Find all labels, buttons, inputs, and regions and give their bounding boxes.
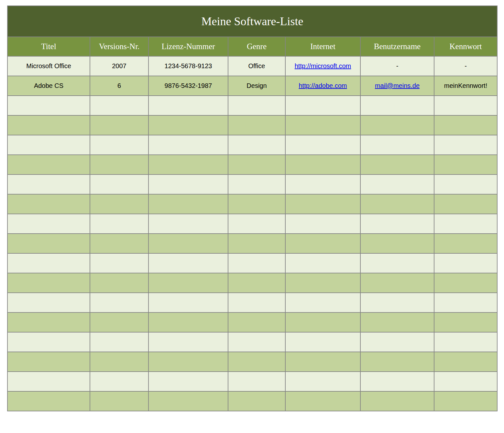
- table-cell[interactable]: [228, 372, 285, 391]
- table-cell[interactable]: [90, 155, 148, 174]
- table-cell[interactable]: [7, 372, 90, 391]
- table-cell[interactable]: [228, 293, 285, 312]
- table-cell[interactable]: [228, 312, 285, 332]
- table-cell[interactable]: [228, 155, 285, 174]
- table-cell[interactable]: 1234-5678-9123: [148, 56, 228, 76]
- table-cell[interactable]: [360, 234, 434, 253]
- table-cell[interactable]: [228, 96, 285, 115]
- table-cell[interactable]: [7, 293, 90, 312]
- table-cell[interactable]: [90, 96, 148, 115]
- table-cell[interactable]: [90, 372, 148, 391]
- table-cell[interactable]: [7, 312, 90, 332]
- table-cell[interactable]: [228, 391, 285, 411]
- table-cell[interactable]: [148, 234, 228, 253]
- table-cell[interactable]: [360, 194, 434, 214]
- table-cell[interactable]: [360, 273, 434, 293]
- table-cell[interactable]: [360, 332, 434, 352]
- table-cell[interactable]: [148, 293, 228, 312]
- table-cell[interactable]: [7, 155, 90, 174]
- table-cell[interactable]: [285, 115, 360, 135]
- table-cell[interactable]: [434, 253, 497, 273]
- table-cell[interactable]: [148, 391, 228, 411]
- table-cell[interactable]: [228, 174, 285, 194]
- table-cell[interactable]: [434, 214, 497, 234]
- table-cell[interactable]: [148, 194, 228, 214]
- table-cell[interactable]: [285, 96, 360, 115]
- table-cell[interactable]: Office: [228, 56, 285, 76]
- table-cell[interactable]: [434, 135, 497, 155]
- table-cell[interactable]: [90, 234, 148, 253]
- table-cell[interactable]: [360, 135, 434, 155]
- table-cell[interactable]: [285, 312, 360, 332]
- table-cell[interactable]: [7, 194, 90, 214]
- table-cell[interactable]: [360, 253, 434, 273]
- table-cell[interactable]: [285, 174, 360, 194]
- table-cell[interactable]: [148, 332, 228, 352]
- table-cell[interactable]: [434, 96, 497, 115]
- table-cell[interactable]: [148, 253, 228, 273]
- table-cell[interactable]: [360, 391, 434, 411]
- table-cell[interactable]: [90, 332, 148, 352]
- table-cell[interactable]: [90, 214, 148, 234]
- table-cell[interactable]: Design: [228, 76, 285, 96]
- table-cell[interactable]: [148, 352, 228, 372]
- table-cell[interactable]: [90, 391, 148, 411]
- table-cell[interactable]: [90, 174, 148, 194]
- table-cell[interactable]: [148, 273, 228, 293]
- table-cell[interactable]: [148, 155, 228, 174]
- table-cell[interactable]: [434, 273, 497, 293]
- table-cell[interactable]: [285, 332, 360, 352]
- table-cell[interactable]: 9876-5432-1987: [148, 76, 228, 96]
- table-cell[interactable]: [7, 174, 90, 194]
- table-cell[interactable]: [7, 273, 90, 293]
- table-cell[interactable]: [285, 372, 360, 391]
- table-cell[interactable]: [7, 115, 90, 135]
- table-cell[interactable]: [434, 391, 497, 411]
- table-cell[interactable]: [434, 174, 497, 194]
- table-cell[interactable]: http://microsoft.com: [285, 56, 360, 76]
- table-cell[interactable]: [434, 155, 497, 174]
- table-cell[interactable]: [90, 312, 148, 332]
- table-cell[interactable]: [360, 293, 434, 312]
- table-cell[interactable]: [7, 253, 90, 273]
- table-cell[interactable]: [285, 352, 360, 372]
- table-cell[interactable]: [148, 214, 228, 234]
- table-cell[interactable]: [148, 372, 228, 391]
- table-cell[interactable]: [360, 352, 434, 372]
- table-cell[interactable]: [228, 352, 285, 372]
- hyperlink[interactable]: http://adobe.com: [299, 82, 347, 89]
- table-cell[interactable]: [434, 352, 497, 372]
- table-cell[interactable]: -: [434, 56, 497, 76]
- table-cell[interactable]: [148, 174, 228, 194]
- table-cell[interactable]: [434, 115, 497, 135]
- table-cell[interactable]: [434, 332, 497, 352]
- table-cell[interactable]: [228, 214, 285, 234]
- table-cell[interactable]: [228, 234, 285, 253]
- table-cell[interactable]: 2007: [90, 56, 148, 76]
- table-cell[interactable]: [7, 96, 90, 115]
- table-cell[interactable]: [90, 293, 148, 312]
- table-cell[interactable]: [7, 234, 90, 253]
- table-cell[interactable]: [285, 293, 360, 312]
- table-cell[interactable]: [285, 234, 360, 253]
- table-cell[interactable]: [360, 174, 434, 194]
- table-cell[interactable]: [360, 372, 434, 391]
- table-cell[interactable]: [360, 96, 434, 115]
- table-cell[interactable]: [285, 135, 360, 155]
- table-cell[interactable]: [434, 293, 497, 312]
- hyperlink[interactable]: http://microsoft.com: [295, 62, 351, 69]
- table-cell[interactable]: [228, 194, 285, 214]
- table-cell[interactable]: [228, 135, 285, 155]
- table-cell[interactable]: [228, 332, 285, 352]
- table-cell[interactable]: http://adobe.com: [285, 76, 360, 96]
- table-cell[interactable]: [7, 135, 90, 155]
- table-cell[interactable]: [434, 312, 497, 332]
- table-cell[interactable]: 6: [90, 76, 148, 96]
- table-cell[interactable]: mail@meins.de: [360, 76, 434, 96]
- table-cell[interactable]: [434, 194, 497, 214]
- table-cell[interactable]: [285, 391, 360, 411]
- table-cell[interactable]: [90, 352, 148, 372]
- table-cell[interactable]: -: [360, 56, 434, 76]
- table-cell[interactable]: [360, 214, 434, 234]
- table-cell[interactable]: [285, 253, 360, 273]
